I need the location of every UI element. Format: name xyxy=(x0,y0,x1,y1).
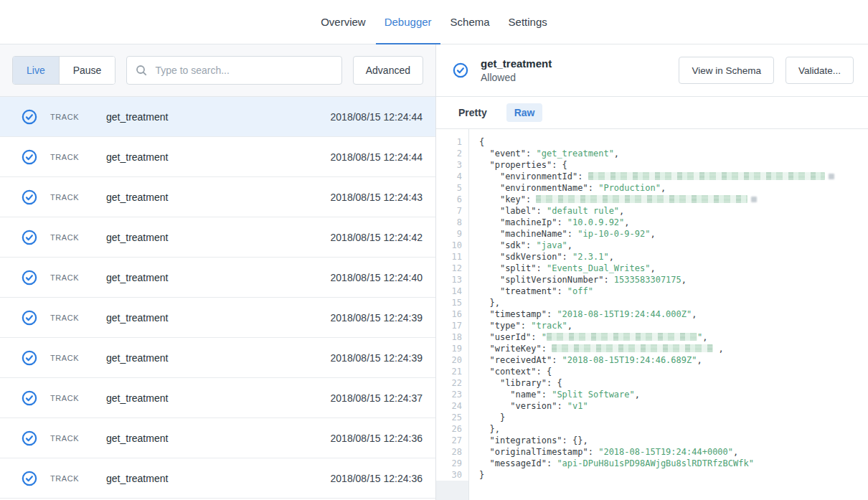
search-input[interactable] xyxy=(154,64,332,77)
code-line: "event": "get_treatment", xyxy=(479,148,868,159)
event-row[interactable]: TRACK get_treatment 2018/08/15 12:24:36 xyxy=(0,418,435,458)
code-segment: "off" xyxy=(567,286,593,296)
code-segment: "v1" xyxy=(567,401,588,411)
event-row[interactable]: TRACK get_treatment 2018/08/15 12:24:44 xyxy=(0,97,435,137)
code-segment xyxy=(479,344,489,354)
tab-raw[interactable]: Raw xyxy=(506,103,543,122)
search-icon xyxy=(136,65,147,76)
code-line: }, xyxy=(479,423,868,435)
json-code[interactable]: { "event": "get_treatment", "properties"… xyxy=(469,129,868,500)
code-segment: "messageId" xyxy=(489,458,546,468)
event-name: get_treatment xyxy=(106,312,331,324)
event-row[interactable]: TRACK get_treatment 2018/08/15 12:24:43 xyxy=(0,177,435,217)
code-line: "context": { xyxy=(479,366,868,377)
code-segment: "machineName" xyxy=(500,229,567,239)
code-line: "integrations": {}, xyxy=(479,435,868,446)
line-number: 30 xyxy=(436,469,468,481)
code-segment: "label" xyxy=(500,206,537,216)
status-label: Allowed xyxy=(481,72,552,83)
code-segment: "context" xyxy=(489,367,536,377)
redacted-value xyxy=(547,333,697,341)
track-check-icon xyxy=(22,471,37,486)
line-number: 25 xyxy=(436,412,468,423)
event-row[interactable]: TRACK get_treatment 2018/08/15 12:24:37 xyxy=(0,378,435,418)
code-segment: : xyxy=(557,286,567,296)
line-number: 19 xyxy=(436,343,468,354)
code-segment xyxy=(479,458,489,468)
line-number: 28 xyxy=(436,446,468,458)
code-segment xyxy=(479,160,489,170)
tab-schema[interactable]: Schema xyxy=(448,0,492,44)
event-row[interactable]: TRACK get_treatment 2018/08/15 12:24:39 xyxy=(0,298,435,338)
pause-button[interactable]: Pause xyxy=(59,57,115,84)
code-segment: "get_treatment" xyxy=(536,148,613,159)
code-line: } xyxy=(479,412,868,423)
code-segment: : xyxy=(562,252,572,262)
event-row[interactable]: TRACK get_treatment 2018/08/15 12:24:36 xyxy=(0,458,435,499)
event-type: TRACK xyxy=(50,113,106,121)
line-number: 14 xyxy=(436,286,468,297)
validate-button[interactable]: Validate... xyxy=(786,57,854,84)
code-segment xyxy=(479,206,500,216)
event-detail-panel: get_treatment Allowed View in Schema Val… xyxy=(436,44,868,500)
line-number: 26 xyxy=(436,423,468,435)
code-segment: "default rule" xyxy=(547,206,619,216)
view-in-schema-button[interactable]: View in Schema xyxy=(679,57,774,84)
code-segment xyxy=(479,435,489,445)
code-line: "label": "default rule", xyxy=(479,205,868,217)
tab-debugger[interactable]: Debugger xyxy=(382,0,434,44)
code-segment: , xyxy=(614,148,619,159)
code-segment: "event" xyxy=(489,148,526,159)
code-segment: : xyxy=(526,148,536,159)
code-segment: "2.3.1" xyxy=(572,252,609,262)
code-segment xyxy=(479,321,489,331)
event-timestamp: 2018/08/15 12:24:36 xyxy=(331,473,423,484)
code-segment: : xyxy=(536,263,546,273)
event-row[interactable]: TRACK get_treatment 2018/08/15 12:24:42 xyxy=(0,217,435,258)
code-segment: , xyxy=(702,332,707,342)
event-row[interactable]: TRACK get_treatment 2018/08/15 12:24:40 xyxy=(0,258,435,298)
code-segment: "originalTimestamp" xyxy=(489,447,588,457)
event-name: get_treatment xyxy=(106,473,331,484)
line-number: 22 xyxy=(436,377,468,389)
live-button[interactable]: Live xyxy=(13,57,59,84)
event-timestamp: 2018/08/15 12:24:44 xyxy=(331,151,423,163)
live-pause-toggle: Live Pause xyxy=(12,56,115,85)
code-segment: "10.0.9.92" xyxy=(567,217,624,227)
tab-settings[interactable]: Settings xyxy=(506,0,549,44)
code-segment xyxy=(479,171,500,181)
code-line: "type": "track", xyxy=(479,320,868,331)
search-box[interactable] xyxy=(126,56,341,85)
advanced-button[interactable]: Advanced xyxy=(353,56,423,85)
code-segment: : xyxy=(531,332,541,342)
code-line: "machineIp": "10.0.9.92", xyxy=(479,217,868,228)
code-segment xyxy=(479,263,500,273)
line-number: 2 xyxy=(436,148,468,159)
line-number: 17 xyxy=(436,320,468,331)
code-segment: : xyxy=(557,217,567,227)
code-segment: "environmentId" xyxy=(500,171,577,181)
code-segment: "Events_Dual_Writes" xyxy=(547,263,651,273)
redacted-tail xyxy=(751,197,757,202)
event-timestamp: 2018/08/15 12:24:39 xyxy=(331,312,423,324)
event-row[interactable]: TRACK get_treatment 2018/08/15 12:24:44 xyxy=(0,137,435,177)
code-segment: { xyxy=(479,137,484,147)
track-check-icon xyxy=(22,350,37,366)
event-row[interactable]: TRACK get_treatment 2018/08/15 12:24:39 xyxy=(0,338,435,378)
code-segment xyxy=(479,286,500,296)
event-type: TRACK xyxy=(50,474,106,483)
code-segment: "Split Software" xyxy=(552,390,635,400)
line-number: 1 xyxy=(436,136,468,148)
code-segment: : xyxy=(588,183,598,193)
track-check-icon xyxy=(22,270,37,286)
tab-pretty[interactable]: Pretty xyxy=(450,103,495,122)
code-segment: "2018-08-15T19:24:44.000Z" xyxy=(557,309,692,319)
code-segment: "ip-10-0-9-92" xyxy=(577,229,650,239)
code-segment xyxy=(479,217,500,227)
stream-toolbar: Live Pause Advanced xyxy=(0,44,435,97)
code-line: "sdk": "java", xyxy=(479,240,868,251)
code-segment xyxy=(479,355,489,365)
code-segment: : xyxy=(542,344,552,354)
event-timestamp: 2018/08/15 12:24:44 xyxy=(331,111,423,123)
tab-overview[interactable]: Overview xyxy=(319,0,368,44)
